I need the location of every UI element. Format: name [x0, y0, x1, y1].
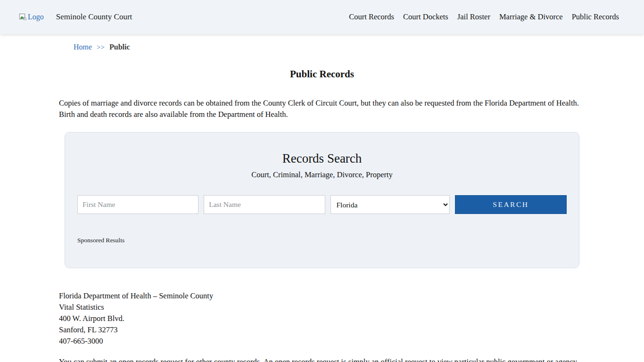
breadcrumb-home-link[interactable]: Home: [74, 43, 92, 51]
contact-line-dept: Vital Statistics: [59, 302, 585, 313]
breadcrumb: Home >> Public: [59, 43, 585, 51]
site-header: Logo Seminole County Court Court Records…: [0, 0, 644, 34]
state-select[interactable]: Florida: [330, 195, 450, 214]
logo-alt-text: Logo: [28, 13, 44, 21]
broken-image-icon: [19, 13, 27, 21]
nav-court-records[interactable]: Court Records: [349, 12, 394, 22]
page-title: Public Records: [59, 68, 585, 80]
main-content: Home >> Public Public Records Copies of …: [59, 43, 585, 362]
nav-marriage-divorce[interactable]: Marriage & Divorce: [499, 12, 563, 22]
nav-jail-roster[interactable]: Jail Roster: [457, 12, 490, 22]
brand[interactable]: Logo Seminole County Court: [19, 12, 132, 22]
contact-block: Florida Department of Health – Seminole …: [59, 290, 585, 347]
site-title: Seminole County Court: [56, 12, 132, 22]
search-panel-title: Records Search: [77, 151, 567, 166]
main-nav: Court Records Court Dockets Jail Roster …: [349, 12, 619, 22]
intro-paragraph: Copies of marriage and divorce records c…: [59, 98, 585, 120]
contact-line-city: Sanford, FL 32773: [59, 324, 585, 336]
first-name-input[interactable]: [77, 195, 198, 214]
search-button[interactable]: SEARCH: [455, 195, 567, 214]
last-name-input[interactable]: [204, 195, 325, 214]
breadcrumb-current: Public: [109, 43, 130, 51]
contact-line-phone: 407-665-3000: [59, 336, 585, 347]
records-search-panel: Records Search Court, Criminal, Marriage…: [65, 132, 579, 268]
nav-public-records[interactable]: Public Records: [572, 12, 619, 22]
contact-line-street: 400 W. Airport Blvd.: [59, 313, 585, 324]
search-form: Florida SEARCH: [77, 195, 567, 214]
footer-paragraph: You can submit an open records request f…: [59, 356, 585, 362]
breadcrumb-separator: >>: [97, 43, 105, 51]
search-panel-subtitle: Court, Criminal, Marriage, Divorce, Prop…: [77, 170, 567, 180]
sponsored-results-label: Sponsored Results: [77, 237, 567, 244]
contact-line-org: Florida Department of Health – Seminole …: [59, 290, 585, 302]
nav-court-dockets[interactable]: Court Dockets: [403, 12, 448, 22]
